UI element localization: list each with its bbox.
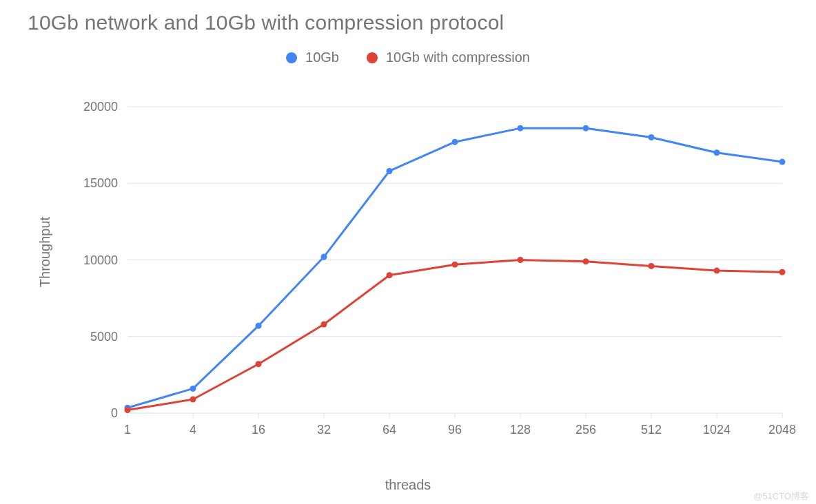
y-tick-label: 5000 [90,330,118,344]
data-point [190,386,196,392]
data-point [583,258,589,264]
plot-area: 0500010000150002000014163264961282565121… [38,100,796,448]
y-tick-label: 20000 [83,100,118,114]
chart-svg: 0500010000150002000014163264961282565121… [38,100,796,448]
data-point [779,159,786,165]
legend-label-1: 10Gb with compression [386,50,530,65]
data-point [714,268,720,274]
watermark: @51CTO博客 [753,490,809,503]
data-point [256,361,262,367]
data-point [321,254,327,260]
data-point [190,396,196,402]
legend-label-0: 10Gb [305,50,339,65]
x-tick-label: 32 [317,423,331,437]
y-tick-label: 10000 [83,253,118,267]
x-tick-label: 4 [190,423,196,437]
data-point [321,321,327,327]
x-tick-label: 64 [382,423,396,437]
data-point [125,407,131,413]
y-tick-label: 0 [111,406,118,420]
x-tick-label: 256 [575,423,596,437]
data-point [387,168,393,174]
data-point [649,263,655,269]
series-line-1 [127,260,782,410]
data-point [779,269,786,275]
x-tick-label: 128 [510,423,531,437]
y-tick-label: 15000 [83,176,118,190]
x-tick-label: 1 [124,423,131,437]
data-point [583,125,589,132]
y-axis-label: Throughput [37,217,53,287]
data-point [452,262,458,268]
legend-bullet-1 [367,52,378,63]
x-tick-label: 1024 [703,423,731,437]
data-point [518,125,524,132]
x-axis-label: threads [0,477,816,493]
chart-title: 10Gb network and 10Gb with compression p… [28,11,504,34]
data-point [518,257,524,263]
x-tick-label: 512 [641,423,662,437]
legend-item-0: 10Gb [286,50,339,65]
data-point [387,272,393,278]
x-tick-label: 2048 [768,423,796,437]
data-point [256,323,262,329]
legend: 10Gb 10Gb with compression [0,50,816,65]
legend-item-1: 10Gb with compression [367,50,530,65]
x-tick-label: 96 [448,423,462,437]
legend-bullet-0 [286,52,297,63]
data-point [452,139,458,145]
data-point [714,149,720,156]
x-tick-label: 16 [252,423,265,437]
data-point [649,134,655,140]
